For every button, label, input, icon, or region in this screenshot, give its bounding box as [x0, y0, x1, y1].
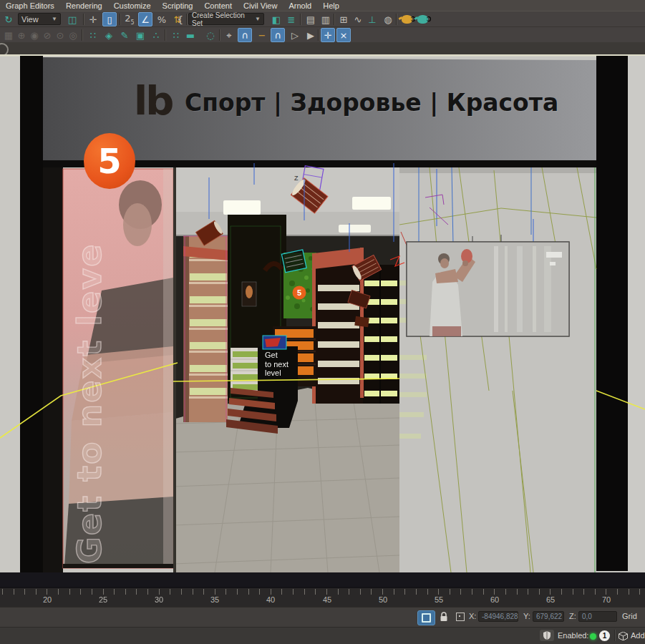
menu-help[interactable]: Help	[317, 1, 345, 10]
x-coordinate-field[interactable]: -84946,828	[478, 611, 518, 622]
logo-suffix: lb	[134, 77, 172, 124]
keyboard-override-button[interactable]: ▯	[102, 12, 117, 26]
tick-label: 65	[546, 595, 555, 604]
toolbar-separator	[83, 14, 84, 25]
scene-security-bar: Enabled: 1 Add	[0, 627, 645, 644]
layer-explorer-icon: ▥	[321, 15, 330, 24]
curve-editor-button[interactable]: ∿	[351, 12, 365, 26]
snap-tool-5[interactable]: ∴	[149, 28, 163, 42]
menu-content[interactable]: Content	[198, 1, 238, 10]
disabled-tool-4[interactable]: ⊘	[40, 28, 54, 42]
z-axis-label: Z	[294, 175, 299, 182]
x-gizmo-icon: ×	[340, 31, 348, 40]
axis-constraint-toggle-2[interactable]: ×	[336, 28, 351, 42]
grid-points-button[interactable]: ∷	[169, 28, 183, 42]
mirror-button[interactable]: ◧	[269, 12, 283, 26]
snap-tool-1[interactable]: ∷	[86, 28, 100, 42]
cone-filled-button[interactable]: ▶	[304, 28, 318, 42]
render-setup-button[interactable]	[399, 12, 414, 26]
security-count-badge[interactable]: 1	[599, 630, 610, 641]
snap-tool-4[interactable]: ▣	[133, 28, 147, 42]
menu-bar: Graph Editors Rendering Customize Script…	[0, 0, 645, 11]
ring-icon: ◎	[69, 31, 77, 40]
gizmo-cross-icon: ✛	[324, 31, 332, 40]
snap-magnet-4-active[interactable]: ∩	[271, 28, 285, 42]
isolate-selection-toggle[interactable]	[417, 610, 435, 625]
toolbar-separator	[396, 14, 397, 25]
render-teapot-icon	[417, 15, 428, 24]
toolbar-separator	[165, 29, 166, 41]
cone-filled-icon: ▶	[307, 31, 314, 40]
snap-magnet-1[interactable]: ⌖	[222, 28, 236, 42]
toolbar-edge-strip	[0, 42, 645, 54]
selection-lock-icon[interactable]	[440, 612, 448, 622]
render-button[interactable]	[415, 12, 430, 26]
y-coordinate-field[interactable]: 679,622	[533, 611, 564, 622]
snap-tool-3[interactable]: ✎	[117, 28, 132, 42]
snaps-toggle-button[interactable]: 25	[122, 12, 137, 26]
tick-label: 45	[323, 595, 331, 604]
ribbon-toggle[interactable]: ⊞	[336, 12, 351, 26]
schematic-view-button[interactable]: ⊥	[365, 12, 379, 26]
boxed-square-icon: ▣	[136, 31, 145, 40]
tick-label: 40	[266, 595, 275, 604]
viewport[interactable]: 5 lb Спорт | Здоровье | Красота Get to n…	[0, 54, 645, 587]
promo-line-3: level	[265, 369, 299, 378]
ribbon-icon: ⊞	[340, 15, 348, 24]
security-shield-button[interactable]	[540, 630, 554, 641]
menu-rendering[interactable]: Rendering	[60, 1, 108, 10]
moss-wall-logo: 5	[293, 286, 306, 299]
z-coordinate-field[interactable]: 0,0	[578, 611, 617, 622]
toolbar-separator	[318, 29, 319, 41]
named-selection-sets-button[interactable]: {	[175, 12, 185, 26]
main-toolbar: ↻ View ▼ ◫ ✛ ▯ 25 ∠ % ⇅ { Create Selecti…	[0, 11, 645, 27]
promo-line-2: to next	[265, 360, 299, 369]
disabled-tool-3[interactable]: ◉	[27, 28, 42, 42]
create-selection-set-dropdown[interactable]: Create Selection Set ▼	[188, 13, 264, 25]
disabled-tool-6[interactable]: ◎	[66, 28, 80, 42]
scene-explorer-icon: ▤	[306, 15, 315, 24]
chevron-down-icon: ▼	[255, 16, 261, 22]
dash-magnet-icon: −	[258, 31, 266, 40]
toolbar-separator	[120, 14, 121, 25]
manipulate-icon: ✛	[89, 15, 97, 24]
disabled-tool-5[interactable]: ⊙	[53, 28, 67, 42]
reference-coordinate-value: View	[21, 15, 39, 24]
add-button[interactable]: Add	[631, 631, 645, 640]
menu-customize[interactable]: Customize	[108, 1, 157, 10]
snap-magnet-3[interactable]: −	[255, 28, 269, 42]
teal-bar-button[interactable]: ▬	[183, 28, 198, 42]
cone-outline-button[interactable]: ▷	[288, 28, 302, 42]
align-button[interactable]: ≣	[284, 12, 299, 26]
timeline-ruler[interactable]: 20 25 30 35 40 45 50 55 60 65 70	[0, 587, 645, 607]
chevron-down-icon: ▼	[52, 16, 57, 22]
material-editor-button[interactable]: ◍	[381, 12, 395, 26]
use-pivot-center-button[interactable]: ◫	[64, 12, 80, 26]
menu-graph-editors[interactable]: Graph Editors	[0, 1, 60, 10]
absolute-mode-transform-icon[interactable]	[456, 613, 465, 621]
percent-snap-button[interactable]: %	[155, 12, 169, 26]
schematic-view-icon: ⊥	[368, 15, 376, 24]
angle-snap-button[interactable]: ∠	[138, 12, 152, 26]
grid-label: Grid	[622, 612, 637, 620]
axis-constraint-toggle-1[interactable]: ✛	[321, 28, 335, 42]
snap-25d-icon: 25	[125, 14, 134, 26]
select-and-link-button[interactable]: ↻	[1, 12, 16, 26]
magnet-icon: ∩	[241, 31, 248, 40]
toolbar-separator	[219, 29, 220, 41]
snap-magnet-2-active[interactable]: ∩	[238, 28, 252, 42]
snaps-toolbar: ▦ ⊕ ◉ ⊘ ⊙ ◎ ∷ ◈ ✎ ▣ ∴ ∷ ▬ ◌ ⌖ ∩ − ∩ ▷ ▶ …	[0, 26, 645, 43]
disabled-tool-2[interactable]: ⊕	[14, 28, 29, 42]
toolbar-separator	[82, 29, 83, 41]
menu-scripting[interactable]: Scripting	[157, 1, 199, 10]
reference-coordinate-dropdown[interactable]: View ▼	[18, 13, 61, 25]
disabled-tool-1[interactable]: ▦	[1, 28, 16, 42]
dashed-circle-button[interactable]: ◌	[203, 28, 218, 42]
snap-tool-2[interactable]: ◈	[102, 28, 116, 42]
layer-explorer-toggle[interactable]: ▥	[319, 12, 333, 26]
menu-civil-view[interactable]: Civil View	[238, 1, 283, 10]
select-and-manipulate-button[interactable]: ✛	[86, 12, 100, 26]
scene-explorer-toggle[interactable]: ▤	[304, 12, 318, 26]
shield-icon	[543, 631, 551, 640]
menu-arnold[interactable]: Arnold	[283, 1, 317, 10]
